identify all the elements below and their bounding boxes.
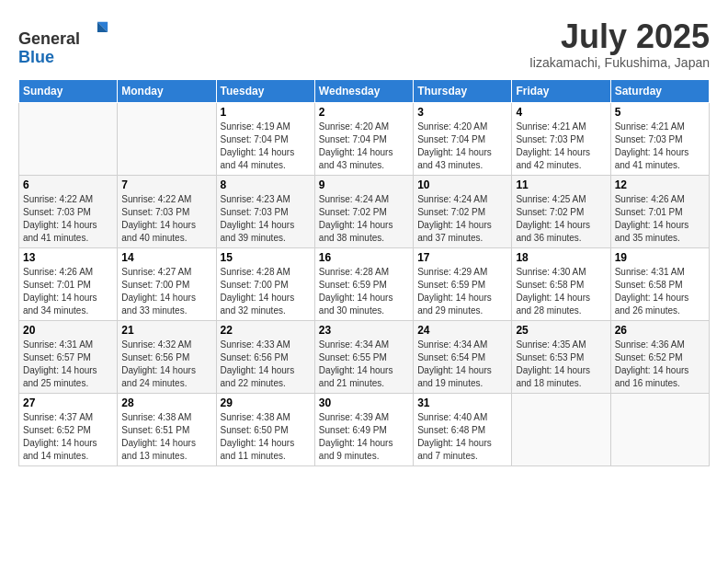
day-number: 24 <box>417 324 507 337</box>
day-number: 1 <box>221 106 311 119</box>
calendar-cell: 30Sunrise: 4:39 AM Sunset: 6:49 PM Dayli… <box>314 393 413 465</box>
logo: General Blue <box>18 18 109 67</box>
day-number: 16 <box>319 251 409 264</box>
day-info: Sunrise: 4:26 AM Sunset: 7:01 PM Dayligh… <box>23 266 113 317</box>
calendar-cell: 24Sunrise: 4:34 AM Sunset: 6:54 PM Dayli… <box>414 320 512 393</box>
day-number: 12 <box>615 178 705 191</box>
calendar-table: SundayMondayTuesdayWednesdayThursdayFrid… <box>18 79 710 466</box>
calendar-cell: 18Sunrise: 4:30 AM Sunset: 6:58 PM Dayli… <box>512 247 610 320</box>
day-number: 17 <box>417 251 507 264</box>
weekday-wednesday: Wednesday <box>314 79 413 102</box>
day-number: 7 <box>121 178 211 191</box>
calendar-cell: 29Sunrise: 4:38 AM Sunset: 6:50 PM Dayli… <box>216 393 314 465</box>
week-row-1: 1Sunrise: 4:19 AM Sunset: 7:04 PM Daylig… <box>19 102 710 175</box>
day-number: 31 <box>417 396 507 409</box>
day-info: Sunrise: 4:37 AM Sunset: 6:52 PM Dayligh… <box>23 411 113 463</box>
weekday-sunday: Sunday <box>19 79 118 102</box>
calendar-cell: 13Sunrise: 4:26 AM Sunset: 7:01 PM Dayli… <box>19 247 118 320</box>
weekday-thursday: Thursday <box>414 79 512 102</box>
calendar-cell: 9Sunrise: 4:24 AM Sunset: 7:02 PM Daylig… <box>314 175 413 247</box>
calendar-cell <box>512 393 610 465</box>
page-header: General Blue July 2025 Iizakamachi, Fuku… <box>18 18 710 70</box>
calendar-cell: 26Sunrise: 4:36 AM Sunset: 6:52 PM Dayli… <box>610 320 709 393</box>
day-info: Sunrise: 4:34 AM Sunset: 6:54 PM Dayligh… <box>417 339 507 390</box>
day-info: Sunrise: 4:29 AM Sunset: 6:59 PM Dayligh… <box>417 266 507 317</box>
day-info: Sunrise: 4:32 AM Sunset: 6:56 PM Dayligh… <box>121 339 211 390</box>
day-info: Sunrise: 4:31 AM Sunset: 6:57 PM Dayligh… <box>23 339 113 390</box>
day-info: Sunrise: 4:28 AM Sunset: 6:59 PM Dayligh… <box>319 266 409 317</box>
calendar-cell: 25Sunrise: 4:35 AM Sunset: 6:53 PM Dayli… <box>512 320 610 393</box>
day-number: 2 <box>319 106 409 119</box>
day-info: Sunrise: 4:30 AM Sunset: 6:58 PM Dayligh… <box>516 266 606 317</box>
day-info: Sunrise: 4:33 AM Sunset: 6:56 PM Dayligh… <box>221 339 311 390</box>
weekday-monday: Monday <box>118 79 216 102</box>
calendar-cell: 11Sunrise: 4:25 AM Sunset: 7:02 PM Dayli… <box>512 175 610 247</box>
day-info: Sunrise: 4:22 AM Sunset: 7:03 PM Dayligh… <box>121 193 211 245</box>
day-info: Sunrise: 4:27 AM Sunset: 7:00 PM Dayligh… <box>121 266 211 317</box>
day-number: 11 <box>516 178 606 191</box>
day-info: Sunrise: 4:19 AM Sunset: 7:04 PM Dayligh… <box>221 121 311 172</box>
day-info: Sunrise: 4:24 AM Sunset: 7:02 PM Dayligh… <box>417 193 507 245</box>
calendar-cell: 28Sunrise: 4:38 AM Sunset: 6:51 PM Dayli… <box>118 393 216 465</box>
day-info: Sunrise: 4:22 AM Sunset: 7:03 PM Dayligh… <box>23 193 113 245</box>
day-info: Sunrise: 4:34 AM Sunset: 6:55 PM Dayligh… <box>319 339 409 390</box>
calendar-cell: 23Sunrise: 4:34 AM Sunset: 6:55 PM Dayli… <box>314 320 413 393</box>
calendar-cell: 5Sunrise: 4:21 AM Sunset: 7:03 PM Daylig… <box>610 102 709 175</box>
day-info: Sunrise: 4:24 AM Sunset: 7:02 PM Dayligh… <box>319 193 409 245</box>
day-number: 26 <box>615 324 705 337</box>
day-info: Sunrise: 4:28 AM Sunset: 7:00 PM Dayligh… <box>221 266 311 317</box>
day-info: Sunrise: 4:20 AM Sunset: 7:04 PM Dayligh… <box>319 121 409 172</box>
week-row-3: 13Sunrise: 4:26 AM Sunset: 7:01 PM Dayli… <box>19 247 710 320</box>
calendar-cell: 3Sunrise: 4:20 AM Sunset: 7:04 PM Daylig… <box>414 102 512 175</box>
week-row-4: 20Sunrise: 4:31 AM Sunset: 6:57 PM Dayli… <box>19 320 710 393</box>
calendar-body: 1Sunrise: 4:19 AM Sunset: 7:04 PM Daylig… <box>19 102 710 465</box>
title-block: July 2025 Iizakamachi, Fukushima, Japan <box>529 18 710 70</box>
day-number: 27 <box>23 396 113 409</box>
calendar-cell: 21Sunrise: 4:32 AM Sunset: 6:56 PM Dayli… <box>118 320 216 393</box>
day-number: 19 <box>615 251 705 264</box>
day-number: 9 <box>319 178 409 191</box>
day-number: 5 <box>615 106 705 119</box>
day-number: 4 <box>516 106 606 119</box>
day-number: 28 <box>121 396 211 409</box>
day-number: 14 <box>121 251 211 264</box>
logo-icon <box>84 18 109 44</box>
calendar-cell: 8Sunrise: 4:23 AM Sunset: 7:03 PM Daylig… <box>216 175 314 247</box>
weekday-header-row: SundayMondayTuesdayWednesdayThursdayFrid… <box>19 79 710 102</box>
location: Iizakamachi, Fukushima, Japan <box>529 55 710 70</box>
calendar-cell: 19Sunrise: 4:31 AM Sunset: 6:58 PM Dayli… <box>610 247 709 320</box>
weekday-saturday: Saturday <box>610 79 709 102</box>
day-number: 23 <box>319 324 409 337</box>
calendar-cell: 4Sunrise: 4:21 AM Sunset: 7:03 PM Daylig… <box>512 102 610 175</box>
calendar-cell: 1Sunrise: 4:19 AM Sunset: 7:04 PM Daylig… <box>216 102 314 175</box>
day-number: 20 <box>23 324 113 337</box>
day-number: 30 <box>319 396 409 409</box>
calendar-cell: 31Sunrise: 4:40 AM Sunset: 6:48 PM Dayli… <box>414 393 512 465</box>
day-info: Sunrise: 4:20 AM Sunset: 7:04 PM Dayligh… <box>417 121 507 172</box>
day-info: Sunrise: 4:26 AM Sunset: 7:01 PM Dayligh… <box>615 193 705 245</box>
day-info: Sunrise: 4:31 AM Sunset: 6:58 PM Dayligh… <box>615 266 705 317</box>
month-title: July 2025 <box>529 18 710 55</box>
logo-blue: Blue <box>18 48 54 66</box>
day-number: 3 <box>417 106 507 119</box>
calendar-cell: 27Sunrise: 4:37 AM Sunset: 6:52 PM Dayli… <box>19 393 118 465</box>
calendar-cell: 2Sunrise: 4:20 AM Sunset: 7:04 PM Daylig… <box>314 102 413 175</box>
calendar-cell: 22Sunrise: 4:33 AM Sunset: 6:56 PM Dayli… <box>216 320 314 393</box>
calendar-cell: 10Sunrise: 4:24 AM Sunset: 7:02 PM Dayli… <box>414 175 512 247</box>
weekday-friday: Friday <box>512 79 610 102</box>
day-info: Sunrise: 4:21 AM Sunset: 7:03 PM Dayligh… <box>615 121 705 172</box>
day-info: Sunrise: 4:25 AM Sunset: 7:02 PM Dayligh… <box>516 193 606 245</box>
day-number: 18 <box>516 251 606 264</box>
calendar-cell: 7Sunrise: 4:22 AM Sunset: 7:03 PM Daylig… <box>118 175 216 247</box>
day-info: Sunrise: 4:38 AM Sunset: 6:51 PM Dayligh… <box>121 411 211 463</box>
day-info: Sunrise: 4:40 AM Sunset: 6:48 PM Dayligh… <box>417 411 507 463</box>
day-number: 10 <box>417 178 507 191</box>
calendar-cell: 15Sunrise: 4:28 AM Sunset: 7:00 PM Dayli… <box>216 247 314 320</box>
day-number: 15 <box>221 251 311 264</box>
calendar-cell: 17Sunrise: 4:29 AM Sunset: 6:59 PM Dayli… <box>414 247 512 320</box>
weekday-tuesday: Tuesday <box>216 79 314 102</box>
calendar-cell <box>19 102 118 175</box>
day-number: 29 <box>221 396 311 409</box>
week-row-2: 6Sunrise: 4:22 AM Sunset: 7:03 PM Daylig… <box>19 175 710 247</box>
week-row-5: 27Sunrise: 4:37 AM Sunset: 6:52 PM Dayli… <box>19 393 710 465</box>
